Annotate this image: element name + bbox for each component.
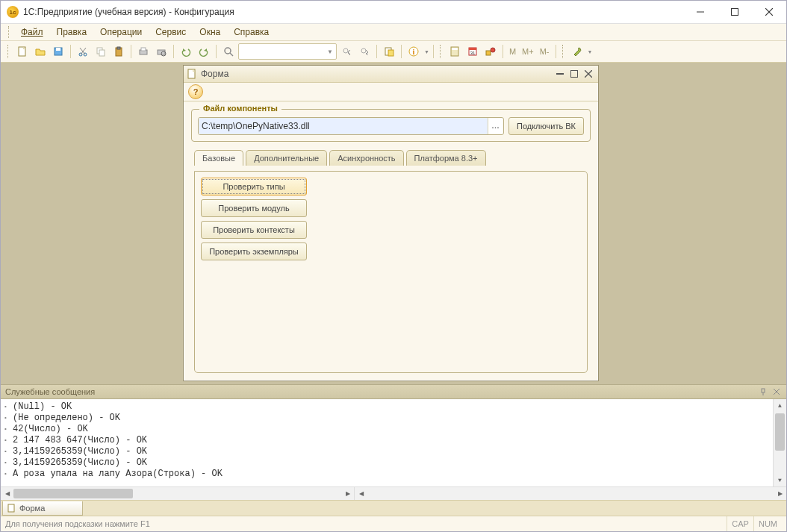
tab-async[interactable]: Асинхронность — [329, 150, 403, 166]
clipboard-icon[interactable] — [381, 43, 397, 60]
svg-rect-39 — [762, 389, 765, 392]
file-path-input[interactable]: C:\temp\OnePyNative33.dll — [199, 118, 488, 134]
messages-hscroll-row: ◀ ▶ ◀ ▶ — [1, 486, 786, 500]
tabstrip: Базовые Дополнительные Асинхронность Пла… — [191, 149, 591, 165]
cut-icon[interactable] — [75, 43, 91, 60]
paste-icon[interactable] — [111, 43, 127, 60]
memory-mminus-button[interactable]: M- — [538, 47, 552, 56]
save-icon[interactable] — [50, 43, 66, 60]
scroll-down-icon[interactable]: ▼ — [774, 474, 786, 486]
document-icon — [187, 69, 197, 79]
messages-hscrollbar-left[interactable]: ◀ ▶ — [1, 487, 355, 500]
find-prev-icon[interactable] — [356, 43, 373, 60]
svg-rect-36 — [571, 71, 578, 78]
svg-rect-12 — [99, 50, 105, 56]
message-line[interactable]: •2 147 483 647(Число) - OK — [1, 434, 773, 445]
memory-m-button[interactable]: M — [507, 47, 518, 56]
close-button[interactable] — [752, 1, 786, 23]
wrench-dropdown-icon[interactable]: ▼ — [587, 49, 593, 54]
minimize-button[interactable] — [683, 1, 718, 23]
help-icon[interactable]: ? — [188, 84, 203, 99]
toolbar-grip-1[interactable] — [7, 45, 10, 58]
form-minimize-button[interactable] — [553, 68, 567, 80]
main-toolbar: ▼ i ▼ 31 M M+ M- ▼ — [1, 41, 786, 63]
memory-mplus-button[interactable]: M+ — [520, 47, 536, 56]
svg-text:31: 31 — [470, 51, 476, 55]
new-doc-icon[interactable] — [14, 43, 31, 60]
status-hint: Для получения подсказки нажмите F1 — [5, 519, 150, 528]
scroll-left-icon[interactable]: ◀ — [355, 487, 367, 500]
tab-additional[interactable]: Дополнительные — [246, 150, 327, 166]
scroll-left-icon[interactable]: ◀ — [1, 487, 13, 500]
tools-icon[interactable] — [482, 43, 499, 60]
message-line[interactable]: •42(Число) - OK — [1, 423, 773, 434]
messages-vscrollbar[interactable]: ▲ ▼ — [773, 399, 786, 486]
menubar-grip[interactable] — [8, 26, 11, 38]
calc-icon[interactable] — [447, 43, 463, 60]
file-component-group: Файл компоненты C:\temp\OnePyNative33.dl… — [191, 109, 591, 142]
check-module-button[interactable]: Проверить модуль — [201, 199, 307, 217]
info-dropdown-icon[interactable]: ▼ — [423, 49, 429, 54]
message-line[interactable]: •3,14159265359(Число) - OK — [1, 457, 773, 468]
message-line[interactable]: •(Не определено) - OK — [1, 412, 773, 423]
tab-basic[interactable]: Базовые — [194, 150, 243, 166]
form-toolbar: ? — [184, 83, 598, 101]
browse-button[interactable]: ... — [488, 118, 503, 134]
message-line[interactable]: •3,14159265359(Число) - OK — [1, 445, 773, 457]
svg-line-9 — [81, 48, 86, 54]
toolbar-grip-2[interactable] — [440, 45, 443, 58]
copy-icon[interactable] — [93, 43, 109, 60]
window-tab-form[interactable]: Форма — [2, 501, 83, 516]
form-title: Форма — [201, 69, 228, 79]
wrench-icon[interactable] — [569, 43, 585, 60]
form-maximize-button[interactable] — [567, 68, 581, 80]
menu-windows[interactable]: Окна — [193, 25, 227, 39]
messages-pin-icon[interactable] — [758, 387, 768, 397]
find-icon[interactable] — [220, 43, 237, 60]
messages-panel-title: Служебные сообщения — [5, 387, 95, 396]
menu-service[interactable]: Сервис — [149, 25, 193, 39]
svg-rect-16 — [141, 48, 146, 51]
message-line[interactable]: •(Null) - OK — [1, 401, 773, 412]
search-combo[interactable]: ▼ — [238, 43, 337, 60]
svg-line-20 — [230, 53, 233, 56]
tab-platform[interactable]: Платформа 8.3+ — [406, 150, 486, 166]
connect-vk-button[interactable]: Подключить ВК — [508, 117, 584, 135]
messages-panel-header: Служебные сообщения — [1, 384, 786, 399]
info-icon[interactable]: i — [405, 43, 422, 60]
svg-point-19 — [225, 48, 231, 54]
open-icon[interactable] — [32, 43, 49, 60]
maximize-button[interactable] — [718, 1, 752, 23]
svg-rect-1 — [732, 9, 738, 16]
find-next-icon[interactable] — [338, 43, 355, 60]
calendar-icon[interactable]: 31 — [464, 43, 481, 60]
scroll-up-icon[interactable]: ▲ — [774, 399, 786, 412]
menu-file[interactable]: Файл — [14, 25, 50, 39]
svg-line-10 — [80, 48, 85, 54]
status-num: NUM — [753, 516, 782, 531]
check-instances-button[interactable]: Проверить экземпляры — [201, 242, 307, 260]
check-contexts-button[interactable]: Проверить контексты — [201, 221, 307, 239]
toolbar-grip-3[interactable] — [562, 45, 565, 58]
svg-rect-28 — [452, 48, 458, 50]
menu-edit[interactable]: Правка — [50, 25, 94, 39]
print-icon[interactable] — [135, 43, 152, 60]
messages-list[interactable]: •(Null) - OK •(Не определено) - OK •42(Ч… — [1, 399, 773, 486]
messages-hscrollbar-right[interactable]: ◀ ▶ — [355, 487, 786, 500]
menu-operations[interactable]: Операции — [93, 25, 149, 39]
groupbox-title: Файл компоненты — [199, 104, 281, 113]
form-titlebar[interactable]: Форма — [184, 66, 598, 83]
window-tab-bar: Форма — [1, 500, 786, 516]
redo-icon[interactable] — [196, 43, 212, 60]
check-types-button[interactable]: Проверить типы — [201, 178, 307, 195]
menu-help[interactable]: Справка — [227, 25, 276, 39]
svg-rect-6 — [56, 48, 60, 51]
scroll-right-icon[interactable]: ▶ — [341, 487, 354, 500]
form-close-button[interactable] — [582, 68, 595, 80]
svg-text:i: i — [413, 48, 415, 56]
scroll-right-icon[interactable]: ▶ — [774, 487, 786, 500]
message-line[interactable]: •А роза упала на лапу Азора(Строка) - OK — [1, 468, 773, 479]
messages-close-icon[interactable] — [771, 387, 782, 397]
print-preview-icon[interactable] — [153, 43, 169, 60]
undo-icon[interactable] — [178, 43, 194, 60]
